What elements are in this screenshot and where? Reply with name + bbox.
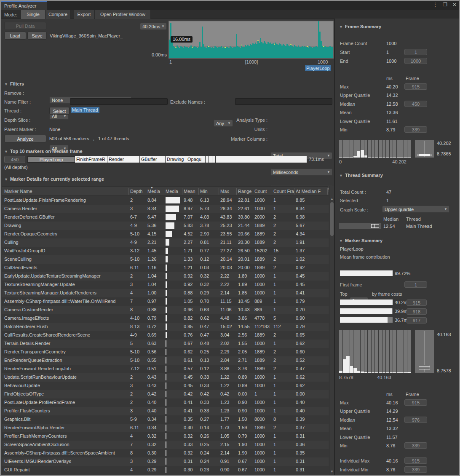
table-row[interactable]: Culling4-92.212.270.8121.1120.30188921.9… bbox=[2, 238, 329, 247]
top-marker-segment[interactable] bbox=[212, 156, 216, 163]
top-marker-segment[interactable] bbox=[209, 156, 212, 163]
stat-frame-button[interactable]: 915 bbox=[404, 457, 427, 464]
table-row[interactable]: UIEvents.IMGUIRenderOverlays30.290.310.2… bbox=[2, 457, 329, 466]
frame-cost-frame-button[interactable]: 918 bbox=[407, 308, 427, 315]
median-frame-button[interactable]: 450 bbox=[4, 156, 25, 163]
analyze-button[interactable]: Analyze bbox=[4, 135, 46, 142]
thread-select-button[interactable]: Select bbox=[49, 107, 70, 115]
maximize-icon[interactable]: ❐ bbox=[443, 2, 447, 8]
column-header[interactable]: Count bbox=[254, 189, 272, 194]
frame-summary-header[interactable]: ▼Frame Summary bbox=[339, 24, 381, 29]
column-header[interactable]: Range bbox=[238, 189, 254, 194]
load-button[interactable]: Load bbox=[4, 32, 26, 40]
first-frame-button[interactable]: 1 bbox=[404, 281, 427, 288]
table-row[interactable]: RenderForward.RenderLoopJob7-120.510.570… bbox=[2, 365, 329, 373]
frame-timeline-chart[interactable] bbox=[168, 21, 334, 59]
stat-frame-button[interactable]: 339 bbox=[404, 126, 427, 133]
top-marker-segment[interactable] bbox=[202, 156, 206, 163]
table-row[interactable]: Render.OpaqueGeometry5-104.154.522.9023.… bbox=[2, 230, 329, 238]
thread-summary-header[interactable]: ▼Thread Summary bbox=[339, 173, 383, 178]
mode-compare-button[interactable]: Compare bbox=[45, 10, 71, 19]
table-row[interactable]: Assembly-CSharp-firstpass.dll!::WaterTil… bbox=[2, 297, 329, 306]
table-row[interactable]: RenderDeferred.GBuffer6-76.477.074.0343.… bbox=[2, 213, 329, 222]
column-header[interactable]: Mean bbox=[184, 189, 200, 194]
column-header[interactable]: Count Fra bbox=[273, 189, 294, 194]
table-row[interactable]: RenderForwardAlpha.Render6-110.340.400.1… bbox=[2, 424, 329, 432]
table-row[interactable]: CullResults.CreateSharedRendererScene4-9… bbox=[2, 331, 329, 340]
stat-frame-button[interactable]: 339 bbox=[404, 466, 427, 473]
window-tab[interactable]: Profile Analyzer bbox=[1, 1, 47, 10]
column-header[interactable]: Media bbox=[166, 189, 182, 194]
column-header[interactable]: Marker Name bbox=[4, 189, 129, 194]
stat-frame-button[interactable]: 339 bbox=[404, 442, 427, 449]
start-frame-button[interactable]: 1 bbox=[404, 49, 427, 55]
top-markers-section-header[interactable]: ▼Top 10 markers on median frame bbox=[4, 149, 83, 154]
name-filter-input[interactable] bbox=[70, 98, 168, 105]
median-bar bbox=[166, 408, 166, 414]
column-separator bbox=[236, 188, 237, 195]
table-row[interactable]: PostLateUpdate.ProfilerEndFrame20.400.41… bbox=[2, 398, 329, 407]
stat-frame-button[interactable]: 915 bbox=[404, 399, 427, 406]
table-row[interactable]: SceneCulling5-101.261.330.1220.1420.0118… bbox=[2, 255, 329, 264]
exclude-names-input[interactable] bbox=[235, 98, 332, 105]
table-row[interactable]: Assembly-CSharp-firstpass.dll!::ScreenSp… bbox=[2, 449, 329, 457]
top-marker-segment[interactable]: Render bbox=[107, 156, 140, 163]
table-row[interactable]: CullSendEvents6-111.161.210.0320.0320.00… bbox=[2, 264, 329, 272]
column-header[interactable]: Media bbox=[147, 189, 165, 194]
table-row[interactable]: Camera.Render38.348.975.7328.3422.611000… bbox=[2, 205, 329, 213]
table-row[interactable]: FindObjectsOfType20.420.420.420.420.0011… bbox=[2, 390, 329, 398]
table-scrollbar[interactable]: ▲ ▼ bbox=[329, 186, 334, 475]
filters-section-header[interactable]: ▼Filters bbox=[4, 81, 24, 86]
column-header[interactable]: At Median F bbox=[296, 189, 328, 194]
marker-summary-header[interactable]: ▼Marker Summary bbox=[339, 238, 382, 243]
stat-frame-button[interactable]: 976 bbox=[404, 417, 427, 423]
table-row[interactable]: ScreenSpaceAmbientOcclusion70.320.330.25… bbox=[2, 441, 329, 449]
stat-frame-button[interactable]: 915 bbox=[404, 83, 427, 90]
column-header[interactable]: Depth bbox=[130, 189, 147, 194]
marker-details-section-header[interactable]: ▼Marker Details for currently selected r… bbox=[4, 176, 104, 182]
range-scale-dropdown[interactable]: 40.20ms▼ bbox=[140, 23, 167, 30]
table-row[interactable]: Update.ScriptRunBehaviourUpdate20.430.45… bbox=[2, 373, 329, 382]
top-marker-segment[interactable]: FinishFrameR bbox=[75, 156, 107, 163]
end-frame-button[interactable]: 1000 bbox=[404, 58, 427, 64]
top-marker-segment[interactable]: GBuffer bbox=[140, 156, 166, 163]
table-cell: 0.65 bbox=[296, 332, 328, 337]
column-header[interactable]: Max bbox=[220, 189, 237, 194]
table-row[interactable]: TextureStreamingManager.UpdateRenderers4… bbox=[2, 289, 329, 297]
open-profiler-window-button[interactable]: Open Profiler Window bbox=[95, 10, 151, 19]
table-row[interactable]: BehaviourUpdate30.430.450.331.220.891000… bbox=[2, 382, 329, 390]
table-row[interactable]: Render.TransparentGeometry5-100.560.620.… bbox=[2, 348, 329, 356]
table-row[interactable]: Profiler.FlushMemoryCounters40.320.320.2… bbox=[2, 432, 329, 441]
table-row[interactable]: BatchRenderer.Flush8-130.720.850.4715.02… bbox=[2, 323, 329, 331]
mode-single-button[interactable]: Single bbox=[21, 10, 45, 19]
table-row[interactable]: Graphics.Blit5-90.340.350.271.771.508000… bbox=[2, 415, 329, 424]
export-button[interactable]: Export bbox=[74, 10, 94, 19]
top-marker-segment[interactable]: PlayerLoop bbox=[27, 156, 75, 163]
column-header[interactable]: Min bbox=[200, 189, 219, 194]
close-icon[interactable]: ✕ bbox=[452, 2, 457, 8]
sort-descending-icon: ▼ bbox=[150, 186, 153, 189]
table-row[interactable]: EarlyUpdate.UpdateTextureStreamingManage… bbox=[2, 272, 329, 281]
table-row[interactable]: GUI.Repaint40.290.300.230.900.67100010.3… bbox=[2, 466, 329, 474]
kebab-menu-icon[interactable]: ⋮ bbox=[433, 2, 438, 8]
top-marker-segment[interactable]: Opaqu bbox=[186, 156, 202, 163]
top-marker-segment[interactable] bbox=[206, 156, 209, 163]
table-row[interactable]: TextureStreamingManager.Update31.040.920… bbox=[2, 281, 329, 289]
top-marker-segment[interactable]: Drawing bbox=[166, 156, 186, 163]
table-row[interactable]: WaitForJobGroupID3-121.451.710.7727.2726… bbox=[2, 247, 329, 255]
scrollbar-thumb[interactable] bbox=[330, 202, 334, 236]
save-button[interactable]: Save bbox=[27, 32, 47, 40]
frame-cost-frame-button[interactable]: 917 bbox=[407, 317, 427, 324]
table-row[interactable]: Camera.ImageEffects4-100.790.820.624.483… bbox=[2, 314, 329, 323]
units-dropdown[interactable]: Milliseconds▼ bbox=[270, 168, 332, 176]
pull-data-button[interactable]: Pull Data bbox=[4, 22, 46, 30]
table-row[interactable]: Drawing4-95.365.833.7825.2321.44188925.6… bbox=[2, 222, 329, 230]
stat-frame-button[interactable]: 450 bbox=[404, 101, 427, 107]
graph-scale-dropdown[interactable]: Upper quartile▼ bbox=[382, 206, 449, 213]
table-row[interactable]: PostLateUpdate.FinishFrameRendering28.84… bbox=[2, 196, 329, 205]
table-row[interactable]: Camera.CustomRender80.880.960.6311.0610.… bbox=[2, 306, 329, 314]
table-row[interactable]: Terrain.Details.Render50.630.670.482.021… bbox=[2, 340, 329, 348]
table-row[interactable]: EndRenderQueueExtraction5-100.550.610.13… bbox=[2, 356, 329, 365]
frame-cost-frame-button[interactable]: 915 bbox=[407, 300, 427, 306]
table-row[interactable]: Profiler.FlushCounters30.400.410.331.230… bbox=[2, 407, 329, 415]
